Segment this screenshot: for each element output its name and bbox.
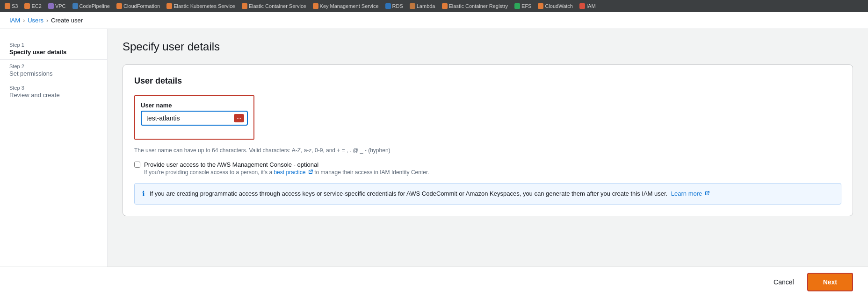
main-content: Specify user details User details User n… [108,29,868,267]
bookmark-vpc[interactable]: VPC [45,2,69,10]
bookmark-ecs[interactable]: Elastic Container Service [239,2,309,10]
bookmark-cloudformation[interactable]: CloudFormation [114,2,163,10]
info-message-text: If you are creating programmatic access … [150,190,667,197]
username-hint: The user name can have up to 64 characte… [134,147,841,154]
console-sublabel-text2: to manage their access in IAM Identity C… [314,169,429,176]
console-sublabel-text1: If you're providing console access to a … [144,169,272,176]
username-input[interactable] [142,112,247,125]
bookmark-ec2[interactable]: EC2 [22,2,44,10]
external-link-icon [308,170,313,174]
bookmark-eks[interactable]: Elastic Kubernetes Service [164,2,238,10]
cancel-button[interactable]: Cancel [766,275,802,290]
console-access-sublabel: If you're providing console access to a … [144,169,429,176]
learn-more-link[interactable]: Learn more [671,190,702,197]
footer-bar: Cancel Next [0,267,868,297]
console-access-row: Provide user access to the AWS Managemen… [134,161,841,176]
bookmark-rds[interactable]: RDS [383,2,406,10]
username-label: User name [141,102,248,109]
step-3-number: Step 3 [9,85,98,91]
step-2-item[interactable]: Step 2 Set permissions [0,59,107,81]
username-action-button[interactable]: ··· [234,114,244,122]
bookmark-codepipeline[interactable]: CodePipeline [70,2,113,10]
breadcrumb-iam[interactable]: IAM [9,17,20,24]
step-3-item[interactable]: Step 3 Review and create [0,81,107,102]
bookmarks-bar: S3EC2VPCCodePipelineCloudFormationElasti… [0,0,868,12]
step-1-item[interactable]: Step 1 Specify user details [0,38,107,59]
page-title: Specify user details [123,40,853,53]
step-2-label: Set permissions [9,70,98,77]
step-2-number: Step 2 [9,64,98,69]
bookmark-cloudwatch[interactable]: CloudWatch [535,2,576,10]
step-1-label: Specify user details [9,49,98,56]
info-box: ℹ If you are creating programmatic acces… [134,183,841,205]
username-highlight-box: User name ··· [134,95,254,140]
best-practice-link[interactable]: best practice [274,169,305,176]
next-button[interactable]: Next [807,273,853,291]
learn-more-ext-icon [705,191,709,196]
step-3-label: Review and create [9,92,98,99]
info-text: If you are creating programmatic access … [150,189,709,198]
breadcrumb-sep2: › [46,17,48,24]
info-icon: ℹ [142,190,145,198]
breadcrumb-current: Create user [51,17,83,24]
bookmark-s3[interactable]: S3 [2,2,21,10]
user-details-card: User details User name ··· The user name… [123,64,853,216]
steps-sidebar: Step 1 Specify user details Step 2 Set p… [0,29,108,267]
breadcrumb-users[interactable]: Users [28,17,43,24]
step-1-number: Step 1 [9,42,98,48]
bookmark-iam-bm[interactable]: IAM [577,2,599,10]
card-title: User details [134,76,841,86]
bookmark-ecr[interactable]: Elastic Container Registry [439,2,511,10]
breadcrumb-sep1: › [23,17,25,24]
username-input-wrapper: ··· [141,111,248,126]
username-form-group: User name ··· [141,102,248,126]
console-access-label[interactable]: Provide user access to the AWS Managemen… [144,161,318,168]
bookmark-efs[interactable]: EFS [512,2,534,10]
console-access-checkbox[interactable] [134,162,140,168]
breadcrumb: IAM › Users › Create user [0,12,868,29]
bookmark-kms[interactable]: Key Management Service [310,2,382,10]
bookmark-lambda[interactable]: Lambda [407,2,438,10]
